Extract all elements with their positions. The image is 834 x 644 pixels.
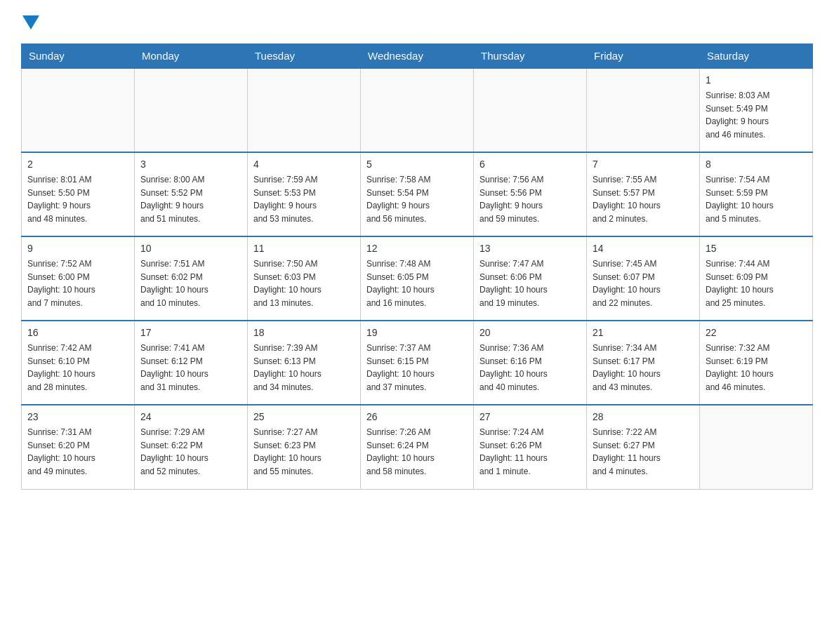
calendar-cell <box>587 68 700 152</box>
day-info: Sunrise: 7:51 AMSunset: 6:02 PMDaylight:… <box>140 257 241 309</box>
week-row-1: 1Sunrise: 8:03 AMSunset: 5:49 PMDaylight… <box>22 68 813 152</box>
day-info: Sunrise: 7:54 AMSunset: 5:59 PMDaylight:… <box>706 173 807 225</box>
calendar-cell: 5Sunrise: 7:58 AMSunset: 5:54 PMDaylight… <box>361 152 474 236</box>
day-number: 13 <box>479 241 581 256</box>
day-number: 6 <box>479 157 581 172</box>
header-row: SundayMondayTuesdayWednesdayThursdayFrid… <box>22 44 813 69</box>
day-number: 24 <box>140 410 241 424</box>
col-header-sunday: Sunday <box>22 44 135 69</box>
day-info: Sunrise: 7:39 AMSunset: 6:13 PMDaylight:… <box>253 342 355 394</box>
week-row-4: 16Sunrise: 7:42 AMSunset: 6:10 PMDayligh… <box>22 321 813 405</box>
day-number: 12 <box>366 241 468 256</box>
calendar-cell: 21Sunrise: 7:34 AMSunset: 6:17 PMDayligh… <box>587 321 700 405</box>
day-number: 22 <box>706 326 807 340</box>
calendar-cell: 11Sunrise: 7:50 AMSunset: 6:03 PMDayligh… <box>248 236 361 321</box>
col-header-thursday: Thursday <box>474 44 587 69</box>
day-info: Sunrise: 7:36 AMSunset: 6:16 PMDaylight:… <box>479 342 581 394</box>
day-info: Sunrise: 7:56 AMSunset: 5:56 PMDaylight:… <box>479 173 581 225</box>
day-info: Sunrise: 7:45 AMSunset: 6:07 PMDaylight:… <box>593 257 694 309</box>
calendar-cell: 3Sunrise: 8:00 AMSunset: 5:52 PMDaylight… <box>135 152 248 236</box>
calendar-cell: 15Sunrise: 7:44 AMSunset: 6:09 PMDayligh… <box>700 236 813 321</box>
calendar-cell: 12Sunrise: 7:48 AMSunset: 6:05 PMDayligh… <box>361 236 474 321</box>
day-info: Sunrise: 8:03 AMSunset: 5:49 PMDaylight:… <box>706 89 807 141</box>
logo-triangle-icon <box>22 15 39 29</box>
day-info: Sunrise: 8:00 AMSunset: 5:52 PMDaylight:… <box>140 173 241 225</box>
col-header-saturday: Saturday <box>700 44 813 69</box>
day-number: 19 <box>366 326 468 340</box>
col-header-wednesday: Wednesday <box>361 44 474 69</box>
day-info: Sunrise: 7:47 AMSunset: 6:06 PMDaylight:… <box>479 257 581 309</box>
day-info: Sunrise: 7:34 AMSunset: 6:17 PMDaylight:… <box>593 342 694 394</box>
day-info: Sunrise: 7:42 AMSunset: 6:10 PMDaylight:… <box>27 342 128 394</box>
day-info: Sunrise: 7:24 AMSunset: 6:26 PMDaylight:… <box>479 426 581 478</box>
calendar-cell: 2Sunrise: 8:01 AMSunset: 5:50 PMDaylight… <box>22 152 135 236</box>
day-info: Sunrise: 7:50 AMSunset: 6:03 PMDaylight:… <box>253 257 355 309</box>
calendar-cell <box>135 68 248 152</box>
calendar-cell <box>474 68 587 152</box>
calendar-cell: 18Sunrise: 7:39 AMSunset: 6:13 PMDayligh… <box>248 321 361 405</box>
day-number: 3 <box>140 157 241 172</box>
day-number: 27 <box>479 410 581 424</box>
day-number: 10 <box>140 241 241 256</box>
calendar-cell <box>248 68 361 152</box>
day-number: 5 <box>366 157 468 172</box>
calendar-cell: 22Sunrise: 7:32 AMSunset: 6:19 PMDayligh… <box>700 321 813 405</box>
day-info: Sunrise: 8:01 AMSunset: 5:50 PMDaylight:… <box>27 173 128 225</box>
logo <box>21 14 39 29</box>
day-info: Sunrise: 7:29 AMSunset: 6:22 PMDaylight:… <box>140 426 241 478</box>
day-info: Sunrise: 7:55 AMSunset: 5:57 PMDaylight:… <box>593 173 694 225</box>
calendar-table: SundayMondayTuesdayWednesdayThursdayFrid… <box>21 43 813 490</box>
day-number: 14 <box>593 241 694 256</box>
calendar-cell: 25Sunrise: 7:27 AMSunset: 6:23 PMDayligh… <box>248 405 361 489</box>
day-number: 7 <box>593 157 694 172</box>
calendar-cell: 19Sunrise: 7:37 AMSunset: 6:15 PMDayligh… <box>361 321 474 405</box>
week-row-2: 2Sunrise: 8:01 AMSunset: 5:50 PMDaylight… <box>22 152 813 236</box>
calendar-cell: 1Sunrise: 8:03 AMSunset: 5:49 PMDaylight… <box>700 68 813 152</box>
col-header-friday: Friday <box>587 44 700 69</box>
calendar-cell: 24Sunrise: 7:29 AMSunset: 6:22 PMDayligh… <box>135 405 248 489</box>
day-info: Sunrise: 7:27 AMSunset: 6:23 PMDaylight:… <box>253 426 355 478</box>
day-info: Sunrise: 7:22 AMSunset: 6:27 PMDaylight:… <box>593 426 694 478</box>
day-info: Sunrise: 7:44 AMSunset: 6:09 PMDaylight:… <box>706 257 807 309</box>
calendar-cell: 16Sunrise: 7:42 AMSunset: 6:10 PMDayligh… <box>22 321 135 405</box>
calendar-cell: 4Sunrise: 7:59 AMSunset: 5:53 PMDaylight… <box>248 152 361 236</box>
calendar-cell: 23Sunrise: 7:31 AMSunset: 6:20 PMDayligh… <box>22 405 135 489</box>
calendar-cell: 20Sunrise: 7:36 AMSunset: 6:16 PMDayligh… <box>474 321 587 405</box>
day-number: 26 <box>366 410 468 424</box>
day-info: Sunrise: 7:31 AMSunset: 6:20 PMDaylight:… <box>27 426 128 478</box>
day-number: 9 <box>27 241 128 256</box>
day-number: 11 <box>253 241 355 256</box>
calendar-cell <box>361 68 474 152</box>
calendar-cell: 28Sunrise: 7:22 AMSunset: 6:27 PMDayligh… <box>587 405 700 489</box>
day-number: 18 <box>253 326 355 340</box>
calendar-cell <box>700 405 813 489</box>
day-info: Sunrise: 7:59 AMSunset: 5:53 PMDaylight:… <box>253 173 355 225</box>
calendar-cell: 14Sunrise: 7:45 AMSunset: 6:07 PMDayligh… <box>587 236 700 321</box>
calendar-cell: 13Sunrise: 7:47 AMSunset: 6:06 PMDayligh… <box>474 236 587 321</box>
day-info: Sunrise: 7:26 AMSunset: 6:24 PMDaylight:… <box>366 426 468 478</box>
col-header-monday: Monday <box>135 44 248 69</box>
day-number: 4 <box>253 157 355 172</box>
day-number: 23 <box>27 410 128 424</box>
day-number: 8 <box>706 157 807 172</box>
day-number: 25 <box>253 410 355 424</box>
col-header-tuesday: Tuesday <box>248 44 361 69</box>
day-info: Sunrise: 7:58 AMSunset: 5:54 PMDaylight:… <box>366 173 468 225</box>
day-info: Sunrise: 7:41 AMSunset: 6:12 PMDaylight:… <box>140 342 241 394</box>
calendar-cell: 17Sunrise: 7:41 AMSunset: 6:12 PMDayligh… <box>135 321 248 405</box>
page-header <box>21 14 813 29</box>
day-info: Sunrise: 7:32 AMSunset: 6:19 PMDaylight:… <box>706 342 807 394</box>
day-info: Sunrise: 7:37 AMSunset: 6:15 PMDaylight:… <box>366 342 468 394</box>
calendar-cell: 27Sunrise: 7:24 AMSunset: 6:26 PMDayligh… <box>474 405 587 489</box>
day-number: 17 <box>140 326 241 340</box>
day-info: Sunrise: 7:48 AMSunset: 6:05 PMDaylight:… <box>366 257 468 309</box>
calendar-cell <box>22 68 135 152</box>
week-row-5: 23Sunrise: 7:31 AMSunset: 6:20 PMDayligh… <box>22 405 813 489</box>
day-info: Sunrise: 7:52 AMSunset: 6:00 PMDaylight:… <box>27 257 128 309</box>
day-number: 16 <box>27 326 128 340</box>
day-number: 2 <box>27 157 128 172</box>
calendar-cell: 10Sunrise: 7:51 AMSunset: 6:02 PMDayligh… <box>135 236 248 321</box>
calendar-cell: 6Sunrise: 7:56 AMSunset: 5:56 PMDaylight… <box>474 152 587 236</box>
day-number: 28 <box>593 410 694 424</box>
calendar-cell: 8Sunrise: 7:54 AMSunset: 5:59 PMDaylight… <box>700 152 813 236</box>
